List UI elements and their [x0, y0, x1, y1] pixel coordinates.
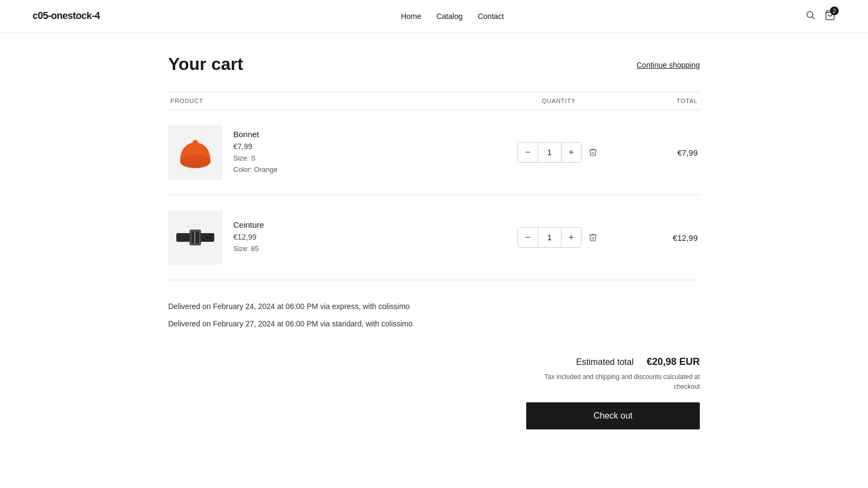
qty-increase-bonnet[interactable]: +: [561, 143, 581, 162]
svg-line-1: [812, 17, 815, 20]
svg-point-10: [206, 236, 208, 239]
ceinture-image-svg: [174, 221, 217, 254]
item-price-bonnet: €7,99: [233, 142, 278, 151]
tax-note: Tax included and shipping and discounts …: [526, 372, 700, 391]
summary-section: Estimated total €20,98 EUR Tax included …: [168, 356, 700, 429]
item-total-bonnet: €7,99: [613, 148, 700, 157]
item-total-ceinture: €12,99: [613, 233, 700, 242]
continue-shopping-link[interactable]: Continue shopping: [636, 61, 700, 69]
col-product-header: PRODUCT: [168, 98, 505, 104]
quantity-controls-ceinture: − 1 +: [505, 227, 613, 248]
cart-table-header: PRODUCT QUANTITY TOTAL: [168, 92, 700, 110]
svg-point-5: [193, 140, 198, 145]
search-icon[interactable]: [805, 10, 816, 22]
estimated-total-label: Estimated total: [576, 357, 634, 367]
item-name-bonnet: Bonnet: [233, 130, 278, 139]
trash-icon-bonnet: [588, 147, 598, 157]
delivery-line-1: Delivered on February 24, 2024 at 06:00 …: [168, 302, 700, 311]
main-nav: Home Catalog Contact: [401, 12, 504, 21]
delivery-section: Delivered on February 24, 2024 at 06:00 …: [168, 280, 700, 348]
trash-icon-ceinture: [588, 233, 598, 242]
item-product-bonnet: Bonnet €7,99 Size: S Color: Orange: [168, 125, 505, 179]
cart-badge: 2: [830, 7, 839, 15]
nav-contact[interactable]: Contact: [478, 12, 504, 21]
item-image-ceinture: [168, 210, 222, 265]
checkout-button[interactable]: Check out: [526, 402, 700, 429]
item-image-bonnet: [168, 125, 222, 179]
item-price-ceinture: €12,99: [233, 233, 264, 241]
qty-value-bonnet: 1: [538, 143, 561, 162]
svg-point-11: [209, 236, 212, 239]
cart-item: Bonnet €7,99 Size: S Color: Orange − 1 +: [168, 110, 700, 195]
qty-value-ceinture: 1: [538, 228, 561, 247]
svg-point-0: [807, 11, 813, 17]
col-quantity-header: QUANTITY: [505, 98, 613, 104]
item-info-bonnet: Bonnet €7,99 Size: S Color: Orange: [233, 130, 278, 176]
qty-increase-ceinture[interactable]: +: [561, 228, 581, 247]
nav-catalog[interactable]: Catalog: [436, 12, 462, 21]
delete-button-bonnet[interactable]: [586, 145, 600, 159]
delete-button-ceinture[interactable]: [586, 230, 600, 245]
cart-item-ceinture: Ceinture €12,99 Size: 85 − 1 + €12,99: [168, 195, 700, 280]
nav-home[interactable]: Home: [401, 12, 421, 21]
estimated-row: Estimated total €20,98 EUR: [576, 356, 700, 368]
item-size-bonnet: Size: S: [233, 153, 278, 164]
item-color-bonnet: Color: Orange: [233, 164, 278, 176]
qty-decrease-bonnet[interactable]: −: [518, 143, 538, 162]
header-icons: 2: [805, 10, 835, 22]
delivery-line-2: Delivered on February 27, 2024 at 06:00 …: [168, 319, 700, 328]
item-info-ceinture: Ceinture €12,99 Size: 85: [233, 220, 264, 255]
quantity-controls-bonnet: − 1 +: [505, 142, 613, 163]
qty-stepper-ceinture: − 1 +: [518, 227, 582, 248]
site-logo: c05-onestock-4: [33, 10, 100, 22]
main-content: Your cart Continue shopping PRODUCT QUAN…: [136, 33, 732, 451]
qty-stepper-bonnet: − 1 +: [518, 142, 582, 163]
page-title-row: Your cart Continue shopping: [168, 54, 700, 74]
estimated-total-value: €20,98 EUR: [647, 356, 700, 368]
col-total-header: TOTAL: [613, 98, 700, 104]
item-product-ceinture: Ceinture €12,99 Size: 85: [168, 210, 505, 265]
cart-icon-button[interactable]: 2: [825, 10, 835, 22]
item-size-ceinture: Size: 85: [233, 243, 264, 255]
page-title: Your cart: [168, 54, 243, 74]
bonnet-image-svg: [176, 133, 214, 171]
item-name-ceinture: Ceinture: [233, 220, 264, 229]
header: c05-onestock-4 Home Catalog Contact 2: [0, 0, 868, 33]
qty-decrease-ceinture[interactable]: −: [518, 228, 538, 247]
